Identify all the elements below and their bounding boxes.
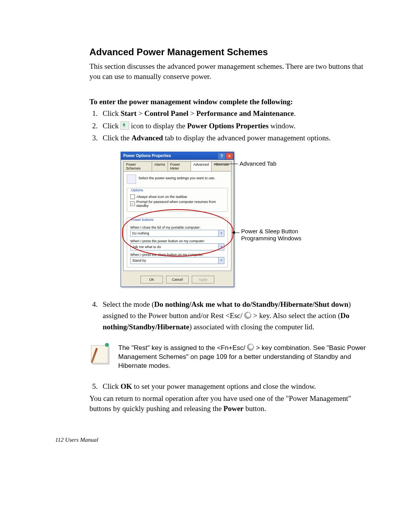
text: The "Rest" key is assigned to the <Fn+Es… <box>118 344 247 352</box>
select-value: Stand by <box>131 259 218 262</box>
text: Control Panel <box>144 109 188 117</box>
select-value: Do nothing <box>131 231 218 235</box>
ok-button[interactable]: OK <box>140 276 163 283</box>
callout-programming-windows-1: Power & Sleep Button <box>241 228 298 234</box>
procedure-heading: To enter the power management window com… <box>89 98 373 106</box>
text: > <box>188 109 196 117</box>
dialog-title: Power Options Properties <box>123 154 171 158</box>
intro-paragraph: This section discusses the advanced powe… <box>89 61 373 81</box>
sleep-button-select[interactable]: Stand by ▾ <box>130 257 224 264</box>
dialog-figure: Power Options Properties ? × Power Schem… <box>121 152 373 287</box>
group-label: Options <box>130 188 145 192</box>
tab-advanced[interactable]: Advanced <box>191 161 212 171</box>
help-icon[interactable]: ? <box>218 153 225 159</box>
group-label: Power buttons <box>130 218 155 222</box>
step-5: Click OK to set your power management op… <box>100 381 373 392</box>
step-3: Click the Advanced tab to display the ad… <box>100 132 373 143</box>
checkbox-label: Prompt for password when computer resume… <box>136 200 225 208</box>
lid-close-select[interactable]: Do nothing ▾ <box>130 230 224 237</box>
text: Click <box>103 382 121 390</box>
power-options-icon <box>121 121 129 130</box>
tab-power-meter[interactable]: Power Meter <box>168 161 191 171</box>
arrow-icon <box>232 231 235 234</box>
closing-paragraph: You can return to normal operation after… <box>89 394 373 413</box>
checkbox-icon: ✓ <box>130 201 135 206</box>
select-value: Ask me what to do <box>131 245 218 249</box>
text: Click the <box>103 134 131 142</box>
chevron-down-icon: ▾ <box>218 230 224 236</box>
moon-icon <box>244 312 251 319</box>
panel-description: Select the power-saving settings you wan… <box>138 175 215 184</box>
note-block: The "Rest" key is assigned to the <Fn+Es… <box>89 344 373 371</box>
text: Click <box>103 122 121 130</box>
text: Advanced <box>131 134 163 142</box>
text: Power Options Properties <box>187 122 268 130</box>
tab-alarms[interactable]: Alarms <box>152 161 168 171</box>
page-title: Advanced Power Management Schemes <box>89 47 373 58</box>
leader-line <box>215 164 238 164</box>
callout-programming-windows-2: Programming Windows <box>241 235 301 241</box>
text: Select the mode ( <box>103 300 154 308</box>
tab-advanced-panel: Select the power-saving settings you wan… <box>123 171 231 271</box>
text: icon to display the <box>129 122 187 130</box>
procedure-list-final: Click OK to set your power management op… <box>89 381 373 392</box>
tab-power-schemes[interactable]: Power Schemes <box>123 161 152 171</box>
step-2: Click icon to display the Power Options … <box>100 120 373 131</box>
text: Do nothing/Ask me what to do/Standby/Hib… <box>154 300 348 308</box>
note-text: The "Rest" key is assigned to the <Fn+Es… <box>118 344 373 371</box>
text: ) associated with closing the computer l… <box>189 323 314 331</box>
procedure-list-continued: Select the mode (Do nothing/Ask me what … <box>89 299 373 333</box>
text: to set your power management options and… <box>132 382 316 390</box>
checkbox-prompt-password[interactable]: ✓ Prompt for password when computer resu… <box>130 200 224 208</box>
text: window. <box>269 122 296 130</box>
text: Power <box>224 404 244 413</box>
text: Performance and Maintenance <box>196 109 294 117</box>
checkbox-show-icon[interactable]: Always show icon on the taskbar <box>130 194 224 199</box>
sleep-button-label: When I press the sleep button on my comp… <box>130 253 224 257</box>
moon-icon <box>247 344 254 351</box>
step-4: Select the mode (Do nothing/Ask me what … <box>100 299 373 333</box>
dialog-buttons: OK Cancel Apply <box>121 273 234 287</box>
text: > <box>136 109 144 117</box>
step-1: Click Start > Control Panel > Performanc… <box>100 108 373 119</box>
close-icon[interactable]: × <box>226 153 233 159</box>
text: Click <box>103 109 121 117</box>
checkbox-label: Always show icon on the taskbar <box>136 195 187 199</box>
text: You can return to normal operation after… <box>89 394 351 413</box>
procedure-list: Click Start > Control Panel > Performanc… <box>89 108 373 143</box>
lid-close-label: When I close the lid of my portable comp… <box>130 226 224 229</box>
power-buttons-group: Power buttons When I close the lid of my… <box>127 217 228 268</box>
leader-line <box>234 233 240 233</box>
text: Start <box>121 109 136 117</box>
note-icon <box>89 344 110 365</box>
tab-hibernate[interactable]: Hibernate <box>211 161 232 171</box>
checkbox-icon <box>130 194 135 199</box>
chevron-down-icon: ▾ <box>218 244 224 250</box>
power-scheme-icon <box>127 175 136 184</box>
text: > key. Also select the action ( <box>251 311 340 320</box>
text: tab to display the advanced power manage… <box>163 134 331 142</box>
callout-advanced-tab: Advanced Tab <box>240 160 276 167</box>
options-group: Options Always show icon on the taskbar … <box>127 188 228 212</box>
apply-button[interactable]: Apply <box>192 276 214 283</box>
text: . <box>294 109 296 117</box>
power-button-select[interactable]: Ask me what to do ▾ <box>130 243 224 250</box>
cancel-button[interactable]: Cancel <box>166 276 189 283</box>
page-footer: 112 Users Manual <box>55 437 373 443</box>
dialog-tabs: Power Schemes Alarms Power Meter Advance… <box>121 160 234 171</box>
dialog-titlebar: Power Options Properties ? × <box>121 152 234 160</box>
power-button-label: When I press the power button on my comp… <box>130 239 224 243</box>
text: OK <box>121 382 132 390</box>
text: button. <box>243 404 266 413</box>
chevron-down-icon: ▾ <box>218 257 224 264</box>
power-options-dialog: Power Options Properties ? × Power Schem… <box>121 152 234 287</box>
